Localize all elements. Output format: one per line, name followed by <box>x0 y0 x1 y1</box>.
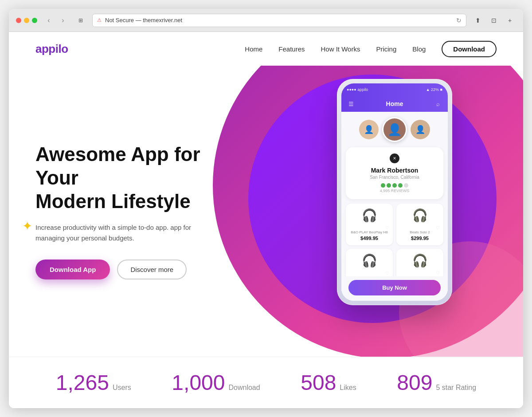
hero-title: Awesome App for Your Modern Lifestyle <box>35 143 244 213</box>
avatar-1: 👤 <box>359 120 379 139</box>
minimize-button[interactable] <box>24 18 29 23</box>
address-bar[interactable]: ⚠ Not Secure — themexriver.net ↻ <box>92 14 466 27</box>
hero-title-line2: Modern Lifestyle <box>35 190 191 212</box>
close-button[interactable] <box>16 18 21 23</box>
traffic-lights <box>16 18 37 23</box>
phone-search-icon: ⌕ <box>434 99 442 108</box>
tab-bar-button[interactable]: ⊞ <box>74 14 87 27</box>
stat-likes: 508 Likes <box>301 370 356 395</box>
hero-content: Awesome App for Your Modern Lifestyle In… <box>9 143 244 279</box>
url-text: Not Secure — themexriver.net <box>105 17 182 24</box>
site-nav: Home Features How It Works Pricing Blog … <box>245 41 497 57</box>
nav-how-it-works[interactable]: How It Works <box>321 45 360 53</box>
product-icon-4: 🎧 <box>400 253 440 268</box>
product-icon-2: 🎧 <box>400 208 440 223</box>
stats-section: 1,265 Users 1,000 Download 508 Likes 809… <box>9 357 523 408</box>
phone-status-left: ●●●● appilo <box>347 87 368 92</box>
back-button[interactable]: ‹ <box>43 14 55 27</box>
star-5 <box>404 183 408 188</box>
star-2 <box>387 183 391 188</box>
forward-button[interactable]: › <box>57 14 69 27</box>
phone-app-header: ☰ Home ⌕ <box>341 96 448 112</box>
hero-title-line1: Awesome App for Your <box>35 143 200 189</box>
share-button[interactable]: ⬆ <box>472 14 484 27</box>
phone-content: 👤 👤 👤 × <box>341 112 448 301</box>
star-3 <box>392 183 397 188</box>
discover-more-button[interactable]: Discover more <box>117 260 187 279</box>
profile-close-button[interactable]: × <box>390 153 399 163</box>
stat-users-number: 1,265 <box>56 370 109 395</box>
phone-menu-icon: ☰ <box>347 99 356 108</box>
product-price-2: $299.95 <box>400 236 440 241</box>
product-fav-1: ♡ <box>349 225 389 230</box>
stat-rating: 809 5 star Rating <box>397 370 476 395</box>
phone-status-right: ▲ 22% ■ <box>426 87 442 92</box>
product-name-2: Beats Solo 2 <box>400 230 440 234</box>
avatar-row: 👤 👤 👤 <box>346 117 443 142</box>
star-4 <box>398 183 403 188</box>
nav-features[interactable]: Features <box>278 45 305 53</box>
product-fav-3: ♡ <box>349 271 389 275</box>
nav-download-button[interactable]: Download <box>442 41 497 57</box>
browser-right-icons: ⬆ ⊡ + <box>472 14 516 27</box>
product-name-1: B&O PLAY BeoPlay H8 <box>349 230 389 234</box>
stat-likes-label: Likes <box>340 384 356 392</box>
nav-pricing[interactable]: Pricing <box>376 45 396 53</box>
phone-mockup: ●●●● appilo ▲ 22% ■ ☰ Home ⌕ <box>337 79 452 305</box>
site-logo[interactable]: appilo <box>35 42 68 56</box>
stat-users-label: Users <box>113 384 131 392</box>
hero-subtitle: Increase productivity with a simple to-d… <box>35 222 195 244</box>
product-icon-3: 🎧 <box>349 253 389 268</box>
download-app-button[interactable]: Download App <box>35 260 110 279</box>
nav-blog[interactable]: Blog <box>412 45 426 53</box>
phone-inner: ●●●● appilo ▲ 22% ■ ☰ Home ⌕ <box>341 83 448 301</box>
star-1 <box>381 183 385 188</box>
browser-window: ‹ › ⊞ ⚠ Not Secure — themexriver.net ↻ ⬆… <box>9 9 523 408</box>
maximize-button[interactable] <box>32 18 37 23</box>
stat-rating-number: 809 <box>397 370 432 395</box>
hero-buttons: Download App Discover more <box>35 260 244 279</box>
product-icon-1: 🎧 <box>349 208 389 223</box>
avatar-2: 👤 <box>411 120 430 139</box>
product-card-2[interactable]: 🎧 ♡ Beats Solo 2 $299.95 <box>396 204 443 245</box>
browser-chrome: ‹ › ⊞ ⚠ Not Secure — themexriver.net ↻ ⬆… <box>9 9 523 32</box>
security-icon: ⚠ <box>97 17 102 23</box>
profile-reviews: 4,995 REVIEWS <box>350 189 439 193</box>
stat-likes-number: 508 <box>301 370 336 395</box>
product-price-1: $499.95 <box>349 236 389 241</box>
profile-name: Mark Robertson <box>350 167 439 174</box>
buy-now-bar: Buy Now <box>341 276 448 301</box>
reload-button[interactable]: ↻ <box>456 17 462 24</box>
new-tab-button[interactable]: ⊡ <box>488 14 500 27</box>
website: appilo Home Features How It Works Pricin… <box>9 32 523 408</box>
profile-stars <box>350 183 439 188</box>
buy-now-button[interactable]: Buy Now <box>348 280 441 295</box>
nav-home[interactable]: Home <box>245 45 262 53</box>
phone-status-bar: ●●●● appilo ▲ 22% ■ <box>341 83 448 96</box>
avatar-active: 👤 <box>382 117 407 142</box>
product-fav-2: ♡ <box>400 225 440 230</box>
stat-download: 1,000 Download <box>172 370 260 395</box>
stat-download-label: Download <box>228 384 260 392</box>
profile-location: San Francisco, California <box>350 175 439 180</box>
browser-nav-buttons: ‹ › <box>43 14 69 27</box>
hero-section: ✦ Awesome App for Your Modern Lifestyle … <box>9 66 523 357</box>
stat-users: 1,265 Users <box>56 370 131 395</box>
product-fav-4: ♡ <box>400 271 440 275</box>
phone-outer: ●●●● appilo ▲ 22% ■ ☰ Home ⌕ <box>337 79 452 305</box>
product-card-1[interactable]: 🎧 ♡ B&O PLAY BeoPlay H8 $499.95 <box>346 204 393 245</box>
profile-card: × Mark Robertson San Francisco, Californ… <box>346 147 443 199</box>
phone-header-title: Home <box>386 100 403 107</box>
stat-rating-label: 5 star Rating <box>436 384 476 392</box>
stat-download-number: 1,000 <box>172 370 225 395</box>
add-tab-button[interactable]: + <box>504 14 516 27</box>
site-header: appilo Home Features How It Works Pricin… <box>9 32 523 66</box>
